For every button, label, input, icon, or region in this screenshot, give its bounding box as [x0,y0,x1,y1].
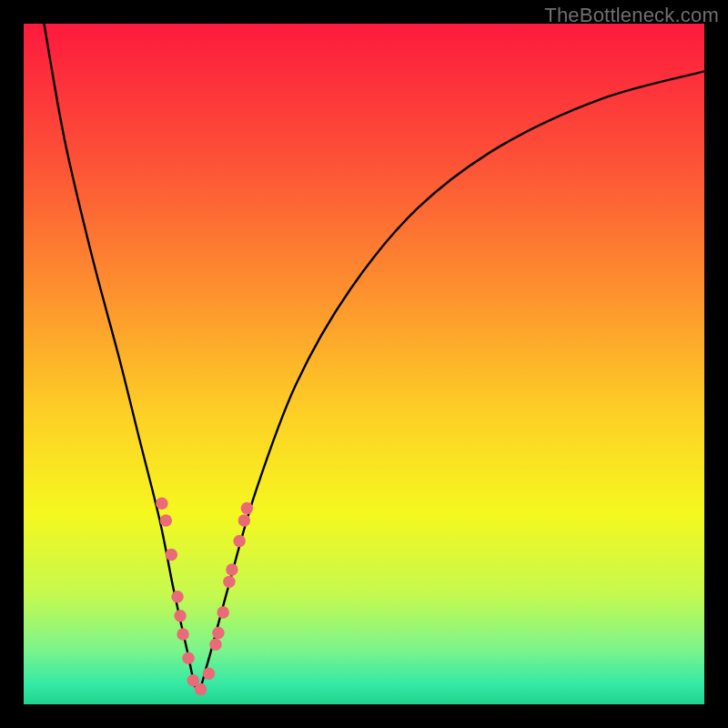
data-marker [177,628,188,640]
chart-frame [24,24,704,704]
data-marker [160,514,172,526]
data-marker [156,498,167,510]
data-marker [223,576,235,588]
data-marker [209,638,221,650]
chart-svg-layer [24,24,704,704]
data-marker [226,563,238,575]
data-marker [171,591,183,602]
bottleneck-curve [44,24,704,691]
data-marker [166,549,177,561]
data-marker [238,514,250,526]
data-marker [195,683,207,695]
data-marker [217,606,228,618]
data-marker [182,652,194,663]
data-marker [212,627,224,639]
data-marker [241,502,253,514]
data-marker [203,668,215,680]
data-marker [174,610,186,622]
data-marker [233,535,245,547]
